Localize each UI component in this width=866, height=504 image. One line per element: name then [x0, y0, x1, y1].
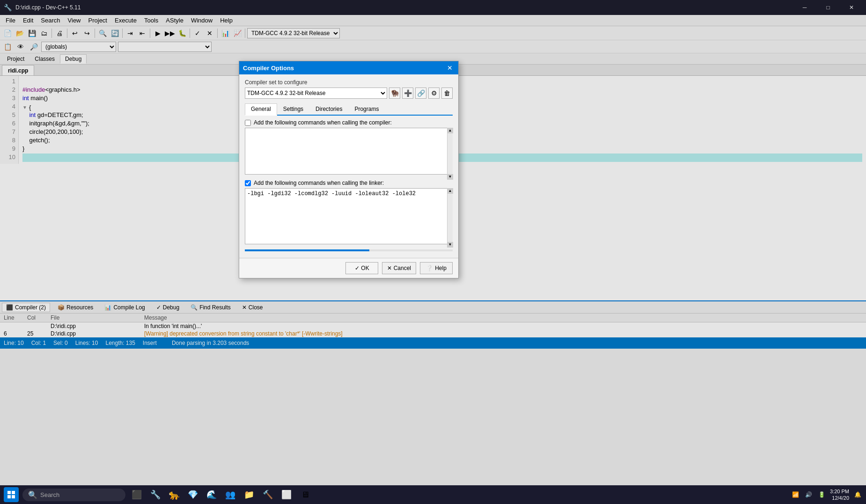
taskbar-devcpp2[interactable]: 🔨	[260, 487, 275, 502]
battery-icon[interactable]: 🔋	[817, 490, 826, 499]
help-button[interactable]: ❔ Help	[420, 262, 453, 274]
dialog-overlay: Compiler Options ✕ Compiler set to confi…	[0, 0, 866, 504]
taskbar-terminal[interactable]: ⬜	[279, 487, 294, 502]
date-display: 12/4/20	[830, 495, 849, 501]
ok-button[interactable]: ✓ OK	[345, 262, 378, 274]
taskbar-right: 📶 🔊 🔋 3:20 PM 12/4/20 🔔	[791, 488, 862, 502]
taskbar-explorer[interactable]: 📁	[242, 487, 257, 502]
taskbar-edge[interactable]: 🌊	[204, 487, 219, 502]
taskbar-devcpp[interactable]: 🔧	[148, 487, 163, 502]
compiler-commands-label: Add the following commands when calling …	[254, 119, 392, 126]
compiler-set-label: Compiler set to configure	[245, 79, 453, 86]
compiler-textarea-wrapper: ▲ ▼	[245, 128, 453, 180]
dialog-close-button[interactable]: ✕	[445, 63, 455, 73]
dialog-progress	[245, 249, 453, 251]
compiler-add-button[interactable]: ➕	[402, 88, 413, 99]
compiler-add2-button[interactable]: 🔗	[415, 88, 426, 99]
svg-rect-2	[7, 495, 11, 498]
taskbar: 🔍 ⬛ 🔧 🐆 💎 🌊 👥 📁 🔨 ⬜ 🖥 📶 🔊 🔋 3:20 PM 12/4…	[0, 485, 866, 504]
dialog-progress-fill	[245, 249, 369, 251]
linker-textarea-wrapper: -lbgi -lgdi32 -lcomdlg32 -luuid -loleaut…	[245, 188, 453, 248]
compiler-delete-button[interactable]: 🗑	[441, 88, 453, 99]
clock[interactable]: 3:20 PM 12/4/20	[830, 488, 849, 502]
svg-rect-0	[7, 491, 11, 494]
dialog-body: Compiler set to configure TDM-GCC 4.9.2 …	[239, 74, 458, 258]
taskbar-search-input[interactable]	[40, 491, 115, 498]
notification-icon[interactable]: 🔔	[853, 490, 862, 499]
svg-rect-3	[12, 495, 15, 498]
scroll-down-arrow[interactable]: ▼	[448, 174, 453, 180]
dtab-general[interactable]: General	[245, 103, 277, 116]
compiler-checkbox-row: Add the following commands when calling …	[245, 119, 453, 126]
taskbar-cheetah[interactable]: 🐆	[167, 487, 182, 502]
compiler-set-select[interactable]: TDM-GCC 4.9.2 32-bit Release	[245, 88, 387, 99]
linker-commands-label: Add the following commands when calling …	[254, 180, 384, 186]
compiler-options-dialog: Compiler Options ✕ Compiler set to confi…	[239, 61, 459, 278]
help-icon: ❔	[426, 265, 433, 271]
taskbar-icon3[interactable]: 💎	[185, 487, 200, 502]
dtab-programs[interactable]: Programs	[348, 103, 385, 115]
volume-icon[interactable]: 🔊	[804, 490, 813, 499]
dtab-settings[interactable]: Settings	[277, 103, 309, 115]
compiler-rename-button[interactable]: 🦬	[389, 88, 400, 99]
linker-checkbox-row: Add the following commands when calling …	[245, 180, 453, 186]
cancel-button[interactable]: ✕ Cancel	[382, 262, 416, 274]
dialog-tabs: General Settings Directories Programs	[245, 103, 453, 116]
linker-commands-checkbox[interactable]	[245, 180, 251, 186]
taskbar-search-box[interactable]: 🔍	[22, 489, 125, 501]
taskview-button[interactable]: ⬛	[129, 487, 144, 502]
linker-scroll-up[interactable]: ▲	[448, 188, 453, 194]
taskbar-teams[interactable]: 👥	[223, 487, 238, 502]
linker-commands-textarea[interactable]: -lbgi -lgdi32 -lcomdlg32 -luuid -loleaut…	[245, 188, 453, 244]
compiler-scrollbar[interactable]: ▲ ▼	[447, 128, 453, 180]
dialog-footer: ✓ OK ✕ Cancel ❔ Help	[239, 258, 458, 278]
linker-scroll-down[interactable]: ▼	[448, 242, 453, 248]
time-display: 3:20 PM	[830, 488, 849, 495]
linker-scrollbar[interactable]: ▲ ▼	[447, 188, 453, 248]
wifi-icon[interactable]: 📶	[791, 490, 800, 499]
start-button[interactable]	[4, 487, 19, 502]
compiler-select-row: TDM-GCC 4.9.2 32-bit Release 🦬 ➕ 🔗 ⚙ 🗑	[245, 88, 453, 99]
dialog-title: Compiler Options	[243, 65, 294, 72]
taskbar-icon8[interactable]: 🖥	[298, 487, 313, 502]
svg-rect-1	[12, 491, 15, 494]
dtab-directories[interactable]: Directories	[309, 103, 348, 115]
compiler-commands-textarea[interactable]	[245, 128, 453, 175]
compiler-commands-checkbox[interactable]	[245, 120, 251, 126]
dialog-titlebar: Compiler Options ✕	[239, 61, 458, 74]
search-icon: 🔍	[28, 490, 37, 499]
compiler-config-button[interactable]: ⚙	[428, 88, 440, 99]
scroll-up-arrow[interactable]: ▲	[448, 128, 453, 133]
